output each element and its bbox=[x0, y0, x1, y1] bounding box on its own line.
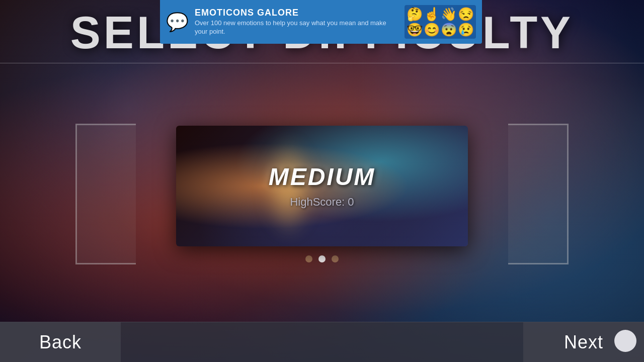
ad-emojis: 🤔 ☝️ 👋 😒 🤓 😊 😨 😢 bbox=[405, 5, 476, 39]
ad-emoji-7: 😨 bbox=[441, 23, 457, 37]
dot-3[interactable] bbox=[332, 255, 339, 262]
ad-title: EMOTICONS GALORE bbox=[195, 8, 398, 18]
ad-text-block: EMOTICONS GALORE Over 100 new emotions t… bbox=[195, 8, 398, 36]
ad-emoji-3: 👋 bbox=[441, 7, 457, 22]
bottom-nav: Back Next bbox=[0, 322, 644, 362]
ad-banner[interactable]: 💬 EMOTICONS GALORE Over 100 new emotions… bbox=[160, 0, 482, 44]
carousel-prev-bracket[interactable] bbox=[75, 124, 136, 264]
carousel-next-bracket[interactable] bbox=[508, 124, 569, 264]
ad-emoji-5: 🤓 bbox=[407, 23, 423, 37]
card-content: MEDIUM HighScore: 0 bbox=[176, 126, 468, 246]
difficulty-label: MEDIUM bbox=[269, 163, 376, 191]
ad-emoji-1: 🤔 bbox=[407, 7, 423, 22]
circle-button[interactable] bbox=[614, 330, 636, 352]
divider bbox=[0, 63, 644, 63]
ad-icon: 💬 bbox=[166, 12, 189, 33]
ad-emoji-8: 😢 bbox=[458, 23, 474, 37]
ad-emoji-2: ☝️ bbox=[424, 7, 440, 22]
ad-emoji-6: 😊 bbox=[424, 23, 440, 37]
difficulty-card[interactable]: MEDIUM HighScore: 0 bbox=[176, 126, 468, 246]
carousel-area: MEDIUM HighScore: 0 bbox=[0, 66, 644, 322]
ad-subtitle: Over 100 new emotions to help you say wh… bbox=[195, 19, 398, 36]
dot-2[interactable] bbox=[318, 255, 326, 262]
pagination-dots bbox=[305, 255, 339, 262]
high-score-label: HighScore: 0 bbox=[290, 196, 354, 209]
ad-emoji-4: 😒 bbox=[458, 7, 474, 22]
main-container: SELECT DIFFICULTY MEDIUM HighScore: 0 bbox=[0, 0, 644, 362]
back-button[interactable]: Back bbox=[0, 322, 121, 362]
dot-1[interactable] bbox=[305, 255, 312, 262]
